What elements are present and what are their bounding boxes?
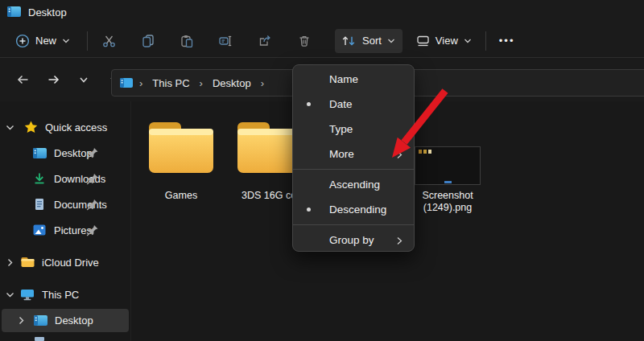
paste-button[interactable] — [172, 29, 201, 53]
documents-icon — [32, 198, 47, 211]
delete-button[interactable] — [290, 29, 319, 53]
sidebar-item-label: iCloud Drive — [42, 257, 99, 269]
downloads-icon — [32, 172, 47, 185]
new-button-label: New — [35, 35, 56, 47]
arrow-right-icon — [47, 73, 60, 86]
menu-item-label: Date — [329, 98, 353, 110]
view-icon — [416, 35, 430, 47]
file-explorer-window: Desktop New — [0, 0, 644, 341]
menu-item-label: Type — [329, 123, 353, 135]
sidebar-item-label: Quick access — [45, 121, 107, 134]
pin-icon[interactable] — [86, 173, 98, 187]
star-icon — [23, 121, 38, 134]
chevron-down-icon — [62, 37, 70, 45]
forward-button[interactable] — [43, 70, 63, 89]
sidebar-item-pictures[interactable]: Pictures — [0, 218, 130, 242]
sidebar-item-desktop[interactable]: Desktop — [0, 141, 130, 165]
sidebar-item-quick-access[interactable]: Quick access — [0, 115, 130, 139]
sidebar-item-this-pc[interactable]: This PC — [0, 282, 130, 306]
menu-item-ascending[interactable]: Ascending — [293, 172, 414, 197]
menu-item-label: Descending — [329, 203, 386, 216]
share-button[interactable] — [250, 29, 280, 53]
sidebar-divider — [130, 101, 131, 341]
clipboard-actions — [94, 29, 319, 53]
title-bar: Desktop — [0, 0, 644, 24]
rename-icon — [219, 35, 233, 47]
menu-item-more[interactable]: More — [293, 142, 414, 166]
menu-divider — [293, 169, 414, 170]
sidebar-item-this-pc-desktop[interactable]: Desktop — [2, 309, 129, 332]
trash-icon — [298, 35, 311, 47]
file-name: Screenshot (1249).png — [411, 190, 485, 214]
command-toolbar: New — [0, 24, 644, 58]
arrow-left-icon — [16, 73, 30, 86]
menu-item-name[interactable]: Name — [293, 67, 414, 92]
chevron-right-icon[interactable] — [5, 258, 14, 267]
see-more-button[interactable]: ••• — [491, 29, 523, 53]
menu-item-type[interactable]: Type — [293, 117, 414, 142]
breadcrumb-separator: › — [139, 77, 142, 89]
chevron-down-icon[interactable] — [5, 291, 14, 298]
sort-button-label: Sort — [362, 35, 382, 47]
breadcrumb-separator: › — [200, 77, 203, 89]
chevron-right-icon[interactable] — [16, 316, 26, 325]
pin-icon[interactable] — [86, 147, 98, 162]
this-pc-icon — [120, 78, 133, 88]
recent-locations-button[interactable] — [74, 70, 93, 89]
menu-item-label: More — [329, 148, 354, 160]
chevron-down-icon[interactable] — [5, 124, 14, 131]
sidebar-item-label: This PC — [42, 289, 79, 301]
file-tile-games[interactable]: Games — [137, 113, 225, 202]
back-button[interactable] — [13, 70, 32, 89]
view-button-label: View — [436, 35, 458, 47]
rename-button[interactable] — [211, 29, 241, 53]
monitor-icon — [20, 289, 35, 301]
new-button[interactable]: New — [8, 29, 77, 53]
cut-icon — [102, 35, 116, 47]
sort-button[interactable]: Sort — [335, 29, 402, 53]
breadcrumb-this-pc[interactable]: This PC — [149, 76, 192, 91]
share-icon — [258, 35, 272, 47]
sidebar-item-label: Desktop — [55, 314, 93, 327]
chevron-down-icon — [387, 37, 395, 45]
menu-item-label: Group by — [329, 234, 374, 246]
menu-divider — [293, 224, 414, 225]
file-tile-screenshot[interactable]: Screenshot (1249).png — [407, 113, 489, 214]
selected-bullet-icon — [307, 102, 311, 106]
chevron-down-icon — [464, 37, 472, 45]
menu-item-label: Ascending — [329, 179, 380, 191]
pin-icon[interactable] — [86, 224, 98, 239]
image-thumbnail — [415, 146, 481, 185]
folder-icon — [20, 257, 35, 268]
desktop-icon — [33, 315, 47, 326]
menu-item-label: Name — [329, 73, 358, 85]
navigation-buttons — [0, 58, 124, 101]
pin-icon[interactable] — [86, 199, 98, 213]
copy-button[interactable] — [134, 29, 163, 53]
copy-icon — [142, 35, 155, 47]
sidebar-item-icloud-drive[interactable]: iCloud Drive — [0, 250, 130, 274]
desktop-window-icon — [7, 6, 21, 18]
file-name: Games — [137, 190, 225, 202]
sidebar-item-label: Documents — [54, 199, 107, 211]
chevron-right-icon — [396, 150, 403, 162]
sort-arrows-icon — [342, 35, 357, 47]
menu-item-group-by[interactable]: Group by — [293, 228, 414, 253]
plus-circle-icon — [15, 34, 30, 48]
sort-dropdown-menu: Name Date Type More Ascending Descending — [292, 64, 415, 252]
pictures-icon — [32, 224, 47, 236]
chevron-right-icon — [396, 236, 403, 248]
view-button[interactable]: View — [409, 29, 479, 53]
partial-sidebar-icon — [35, 337, 44, 341]
sidebar-item-documents[interactable]: Documents — [0, 192, 130, 216]
chevron-down-icon — [79, 76, 89, 84]
toolbar-divider — [87, 31, 88, 51]
breadcrumb-desktop[interactable]: Desktop — [209, 76, 254, 91]
sidebar-item-downloads[interactable]: Downloads — [0, 166, 130, 191]
toolbar-divider — [485, 31, 486, 51]
menu-item-date[interactable]: Date — [293, 92, 414, 117]
cut-button[interactable] — [94, 29, 124, 53]
menu-item-descending[interactable]: Descending — [293, 197, 414, 222]
paste-icon — [180, 35, 193, 47]
ellipsis-icon: ••• — [499, 35, 515, 47]
